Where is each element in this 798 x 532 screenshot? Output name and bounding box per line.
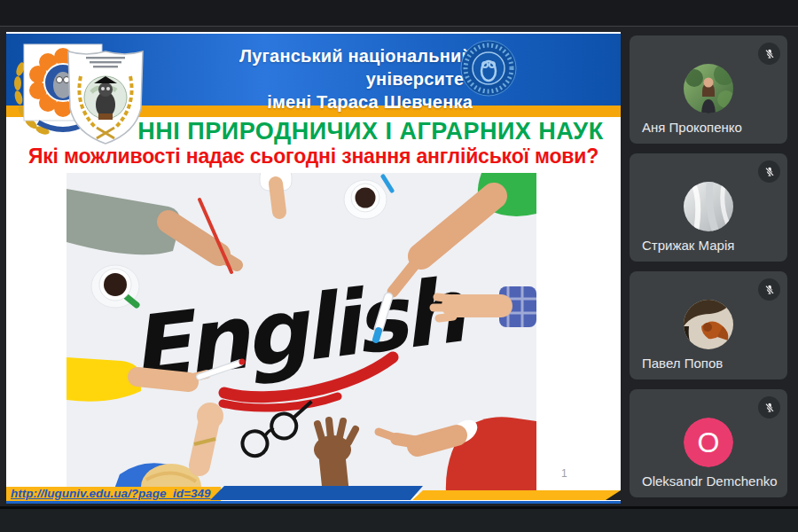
avatar <box>684 300 733 349</box>
avatar-initial: O <box>684 418 733 467</box>
mic-off-icon <box>758 278 780 301</box>
mic-off-icon <box>758 396 780 419</box>
meeting-window: Луганський національний університет імен… <box>0 0 798 532</box>
mic-off-icon <box>758 160 780 183</box>
avatar: O <box>684 418 733 467</box>
question-heading: Які можливості надає сьогодні знання анг… <box>8 145 619 168</box>
university-name: Луганський національний університет імен… <box>139 44 473 113</box>
university-name-line1: Луганський національний університет <box>139 44 473 90</box>
slide-footer-line <box>6 501 621 504</box>
participant-tile-maria[interactable]: Стрижак Марія <box>630 153 787 262</box>
university-seal-icon <box>459 39 518 98</box>
mic-off-icon <box>758 43 780 65</box>
participant-tile-anya[interactable]: Аня Прокопенко <box>630 35 787 144</box>
participant-name: Стрижак Марія <box>642 238 734 253</box>
participant-tile-oleksandr[interactable]: O Oleksandr Demchenko <box>630 389 787 497</box>
participant-name: Oleksandr Demchenko <box>642 473 778 489</box>
institute-heading: ННІ ПРИРОДНИЧИХ І АГРАРНИХ НАУК <box>121 118 620 145</box>
presentation-slide: Луганський національний університет імен… <box>6 32 621 504</box>
slide-page-number: 1 <box>561 467 567 480</box>
avatar <box>684 64 733 113</box>
top-bar <box>0 0 798 27</box>
participant-name: Павел Попов <box>642 356 723 371</box>
slide-footer-url: http://luguniv.edu.ua/?page_id=349 <box>11 486 219 501</box>
avatar <box>684 182 733 231</box>
english-hands-photo: English <box>66 173 536 494</box>
university-name-line2: імені Тараса Шевченка <box>139 90 473 113</box>
participant-tile-pavel[interactable]: Павел Попов <box>630 271 787 379</box>
participant-name: Аня Прокопенко <box>642 120 742 135</box>
bottom-toolbar-area <box>0 506 798 532</box>
